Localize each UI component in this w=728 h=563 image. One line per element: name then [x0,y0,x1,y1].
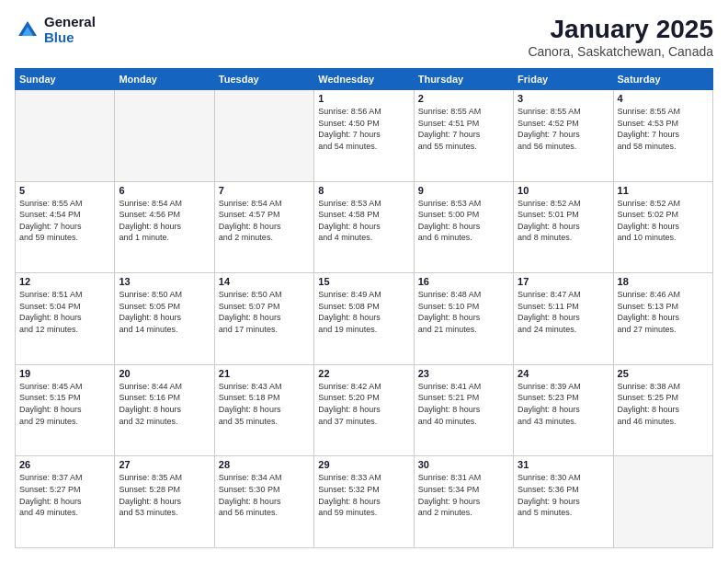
day-number: 19 [19,368,110,379]
logo-general: General [44,15,96,30]
day-number: 26 [19,459,110,470]
day-info: Sunrise: 8:53 AM Sunset: 4:58 PM Dayligh… [318,198,409,244]
day-number: 30 [418,459,509,470]
calendar-cell: 20Sunrise: 8:44 AM Sunset: 5:16 PM Dayli… [115,364,214,456]
calendar-cell: 1Sunrise: 8:56 AM Sunset: 4:50 PM Daylig… [314,90,414,182]
calendar-cell: 5Sunrise: 8:55 AM Sunset: 4:54 PM Daylig… [16,181,115,273]
calendar-cell: 26Sunrise: 8:37 AM Sunset: 5:27 PM Dayli… [16,456,115,548]
day-number: 29 [318,459,409,470]
day-info: Sunrise: 8:43 AM Sunset: 5:18 PM Dayligh… [219,381,310,427]
day-number: 11 [618,185,709,196]
logo-text: General Blue [44,15,96,45]
calendar-cell: 25Sunrise: 8:38 AM Sunset: 5:25 PM Dayli… [613,364,712,456]
day-number: 17 [518,276,609,287]
calendar-cell: 11Sunrise: 8:52 AM Sunset: 5:02 PM Dayli… [613,181,712,273]
day-info: Sunrise: 8:56 AM Sunset: 4:50 PM Dayligh… [318,106,409,152]
calendar-cell: 4Sunrise: 8:55 AM Sunset: 4:53 PM Daylig… [613,90,712,182]
day-info: Sunrise: 8:37 AM Sunset: 5:27 PM Dayligh… [19,472,110,518]
month-title: January 2025 [528,15,713,44]
day-number: 23 [418,368,509,379]
calendar-table: SundayMondayTuesdayWednesdayThursdayFrid… [15,68,713,548]
calendar-cell: 21Sunrise: 8:43 AM Sunset: 5:18 PM Dayli… [214,364,313,456]
day-number: 4 [618,93,709,104]
day-info: Sunrise: 8:31 AM Sunset: 5:34 PM Dayligh… [418,472,509,518]
day-info: Sunrise: 8:39 AM Sunset: 5:23 PM Dayligh… [518,381,609,427]
day-number: 15 [318,276,409,287]
calendar-cell: 13Sunrise: 8:50 AM Sunset: 5:05 PM Dayli… [115,273,214,365]
day-number: 25 [618,368,709,379]
day-number: 28 [219,459,310,470]
day-info: Sunrise: 8:48 AM Sunset: 5:10 PM Dayligh… [418,289,509,335]
calendar-header-row: SundayMondayTuesdayWednesdayThursdayFrid… [16,69,713,90]
calendar-header-wednesday: Wednesday [314,69,414,90]
day-number: 5 [19,185,110,196]
page: General Blue January 2025 Canora, Saskat… [0,0,728,563]
day-number: 7 [219,185,310,196]
day-info: Sunrise: 8:35 AM Sunset: 5:28 PM Dayligh… [119,472,210,518]
day-number: 14 [219,276,310,287]
day-info: Sunrise: 8:50 AM Sunset: 5:07 PM Dayligh… [219,289,310,335]
calendar-header-saturday: Saturday [613,69,712,90]
calendar-week-4: 19Sunrise: 8:45 AM Sunset: 5:15 PM Dayli… [16,364,713,456]
day-info: Sunrise: 8:42 AM Sunset: 5:20 PM Dayligh… [318,381,409,427]
day-info: Sunrise: 8:55 AM Sunset: 4:52 PM Dayligh… [518,106,609,152]
day-info: Sunrise: 8:53 AM Sunset: 5:00 PM Dayligh… [418,198,509,244]
calendar-header-monday: Monday [115,69,214,90]
calendar-cell: 31Sunrise: 8:30 AM Sunset: 5:36 PM Dayli… [514,456,613,548]
day-number: 20 [119,368,210,379]
calendar-cell: 19Sunrise: 8:45 AM Sunset: 5:15 PM Dayli… [16,364,115,456]
logo-icon [15,17,40,43]
day-info: Sunrise: 8:41 AM Sunset: 5:21 PM Dayligh… [418,381,509,427]
day-number: 27 [119,459,210,470]
calendar-cell: 24Sunrise: 8:39 AM Sunset: 5:23 PM Dayli… [514,364,613,456]
calendar-cell: 8Sunrise: 8:53 AM Sunset: 4:58 PM Daylig… [314,181,414,273]
calendar-cell: 14Sunrise: 8:50 AM Sunset: 5:07 PM Dayli… [214,273,313,365]
day-info: Sunrise: 8:33 AM Sunset: 5:32 PM Dayligh… [318,472,409,518]
calendar-cell: 10Sunrise: 8:52 AM Sunset: 5:01 PM Dayli… [514,181,613,273]
calendar-cell [115,90,214,182]
day-number: 2 [418,93,509,104]
calendar-cell: 17Sunrise: 8:47 AM Sunset: 5:11 PM Dayli… [514,273,613,365]
calendar-cell: 29Sunrise: 8:33 AM Sunset: 5:32 PM Dayli… [314,456,414,548]
day-info: Sunrise: 8:54 AM Sunset: 4:56 PM Dayligh… [119,198,210,244]
calendar-header-tuesday: Tuesday [214,69,313,90]
day-number: 31 [518,459,609,470]
day-number: 16 [418,276,509,287]
day-number: 18 [618,276,709,287]
calendar-week-2: 5Sunrise: 8:55 AM Sunset: 4:54 PM Daylig… [16,181,713,273]
calendar-cell: 9Sunrise: 8:53 AM Sunset: 5:00 PM Daylig… [414,181,513,273]
logo: General Blue [15,15,96,45]
calendar-cell: 27Sunrise: 8:35 AM Sunset: 5:28 PM Dayli… [115,456,214,548]
day-number: 9 [418,185,509,196]
calendar-cell: 3Sunrise: 8:55 AM Sunset: 4:52 PM Daylig… [514,90,613,182]
day-info: Sunrise: 8:50 AM Sunset: 5:05 PM Dayligh… [119,289,210,335]
day-info: Sunrise: 8:45 AM Sunset: 5:15 PM Dayligh… [19,381,110,427]
day-number: 12 [19,276,110,287]
day-info: Sunrise: 8:44 AM Sunset: 5:16 PM Dayligh… [119,381,210,427]
day-number: 21 [219,368,310,379]
calendar-header-sunday: Sunday [16,69,115,90]
day-info: Sunrise: 8:52 AM Sunset: 5:01 PM Dayligh… [518,198,609,244]
calendar-cell: 6Sunrise: 8:54 AM Sunset: 4:56 PM Daylig… [115,181,214,273]
day-info: Sunrise: 8:30 AM Sunset: 5:36 PM Dayligh… [518,472,609,518]
calendar-cell: 28Sunrise: 8:34 AM Sunset: 5:30 PM Dayli… [214,456,313,548]
day-number: 24 [518,368,609,379]
day-info: Sunrise: 8:49 AM Sunset: 5:08 PM Dayligh… [318,289,409,335]
day-info: Sunrise: 8:52 AM Sunset: 5:02 PM Dayligh… [618,198,709,244]
calendar-cell [613,456,712,548]
calendar-cell: 15Sunrise: 8:49 AM Sunset: 5:08 PM Dayli… [314,273,414,365]
day-number: 10 [518,185,609,196]
day-info: Sunrise: 8:34 AM Sunset: 5:30 PM Dayligh… [219,472,310,518]
day-number: 1 [318,93,409,104]
day-number: 22 [318,368,409,379]
calendar-week-5: 26Sunrise: 8:37 AM Sunset: 5:27 PM Dayli… [16,456,713,548]
day-number: 8 [318,185,409,196]
calendar-header-friday: Friday [514,69,613,90]
day-info: Sunrise: 8:38 AM Sunset: 5:25 PM Dayligh… [618,381,709,427]
calendar-cell: 22Sunrise: 8:42 AM Sunset: 5:20 PM Dayli… [314,364,414,456]
calendar-cell: 2Sunrise: 8:55 AM Sunset: 4:51 PM Daylig… [414,90,513,182]
calendar-cell: 16Sunrise: 8:48 AM Sunset: 5:10 PM Dayli… [414,273,513,365]
calendar-cell: 18Sunrise: 8:46 AM Sunset: 5:13 PM Dayli… [613,273,712,365]
location-title: Canora, Saskatchewan, Canada [528,44,713,59]
day-number: 3 [518,93,609,104]
